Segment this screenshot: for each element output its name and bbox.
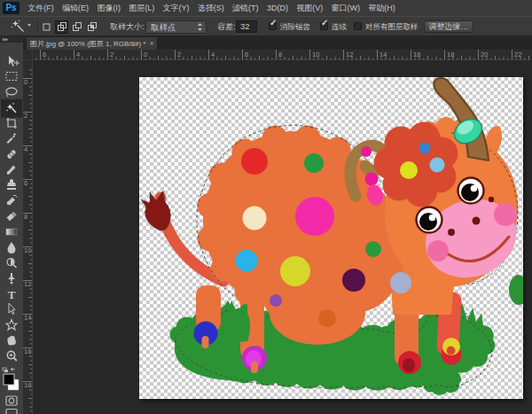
svg-text:22: 22 xyxy=(514,51,521,59)
svg-text:8: 8 xyxy=(24,213,27,221)
svg-text:12: 12 xyxy=(24,280,31,288)
svg-text:16: 16 xyxy=(24,348,31,355)
svg-text:0: 0 xyxy=(144,51,147,59)
svg-text:14: 14 xyxy=(379,51,387,59)
svg-text:14: 14 xyxy=(24,314,31,322)
svg-text:8: 8 xyxy=(278,51,282,59)
svg-text:4: 4 xyxy=(24,145,27,153)
svg-text:6: 6 xyxy=(43,51,46,59)
svg-text:18: 18 xyxy=(447,51,454,59)
svg-text:10: 10 xyxy=(24,246,31,254)
svg-text:16: 16 xyxy=(413,51,420,59)
svg-text:6: 6 xyxy=(245,51,248,59)
svg-text:4: 4 xyxy=(76,51,80,59)
svg-text:4: 4 xyxy=(211,51,215,59)
svg-text:12: 12 xyxy=(346,51,353,59)
svg-text:0: 0 xyxy=(24,78,27,86)
svg-text:2: 2 xyxy=(110,51,113,59)
svg-text:T: T xyxy=(8,288,16,301)
svg-text:6: 6 xyxy=(24,179,27,187)
svg-text:2: 2 xyxy=(24,112,27,120)
svg-text:10: 10 xyxy=(312,51,319,59)
svg-text:18: 18 xyxy=(24,381,31,389)
svg-text:2: 2 xyxy=(177,51,181,59)
svg-text:20: 20 xyxy=(481,51,488,59)
